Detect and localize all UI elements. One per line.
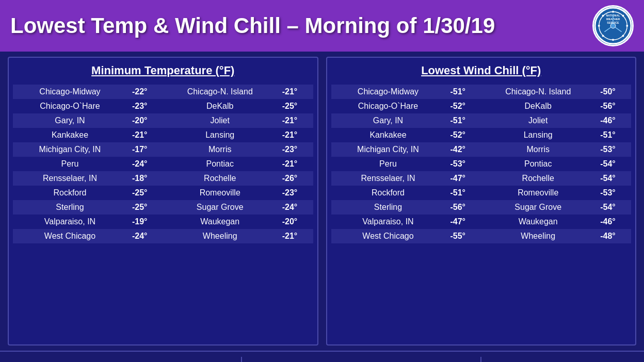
- city-name: Romeoville: [481, 186, 595, 200]
- city-name: Valparaiso, IN: [13, 215, 127, 229]
- svg-point-9: [612, 39, 614, 41]
- city-name: Chicago-O`Hare: [13, 99, 127, 113]
- temp-value: -56°: [595, 99, 631, 113]
- temp-value: -46°: [595, 215, 631, 229]
- wind-chill-section: Lowest Wind Chill (°F) Chicago-Midway -5…: [326, 57, 637, 345]
- temp-value: -54°: [595, 157, 631, 171]
- temp-value: -42°: [445, 142, 481, 157]
- temp-value: -18°: [127, 171, 163, 186]
- temp-value: -51°: [445, 186, 481, 200]
- table-row: Kankakee -52° Lansing -51°: [331, 128, 632, 142]
- table-row: West Chicago -24° Wheeling -21°: [13, 229, 313, 243]
- wind-chill-table: Chicago-Midway -51° Chicago-N. Island -5…: [331, 85, 632, 243]
- min-temp-title: Minimum Temperature (°F): [13, 62, 313, 79]
- footer-divider: [241, 357, 242, 362]
- temp-value: -24°: [127, 157, 163, 171]
- city-name: Morris: [163, 142, 277, 157]
- city-name: Chicago-Midway: [331, 85, 445, 99]
- city-name: Sugar Grove: [163, 200, 277, 215]
- temp-value: -21°: [277, 229, 313, 243]
- temp-value: -21°: [277, 85, 313, 99]
- temp-value: -25°: [277, 99, 313, 113]
- city-name: Michigan City, IN: [331, 142, 445, 157]
- temp-value: -47°: [445, 215, 481, 229]
- temp-value: -24°: [277, 200, 313, 215]
- city-name: Wheeling: [163, 229, 277, 243]
- city-name: Sterling: [331, 200, 445, 215]
- svg-point-13: [610, 23, 616, 28]
- city-name: DeKalb: [163, 99, 277, 113]
- main-content: Minimum Temperature (°F) Chicago-Midway …: [0, 52, 644, 351]
- footer: ✓Avoid time outdoors if at all possible✓…: [0, 351, 644, 362]
- city-name: Lansing: [481, 128, 595, 142]
- city-name: Pontiac: [163, 157, 277, 171]
- attribution-text: NWS Chicago | weather.gov/Chicago: [489, 359, 634, 362]
- table-row: Michigan City, IN -42° Morris -53°: [331, 142, 632, 157]
- footer-right-col: NWS Chicago | weather.gov/Chicago Issued…: [489, 359, 634, 362]
- city-name: Sugar Grove: [481, 200, 595, 215]
- temp-value: -53°: [445, 157, 481, 171]
- table-row: Michigan City, IN -17° Morris -23°: [13, 142, 313, 157]
- wind-chill-title: Lowest Wind Chill (°F): [331, 62, 632, 79]
- city-name: Pontiac: [481, 157, 595, 171]
- temp-value: -19°: [127, 215, 163, 229]
- city-name: Joliet: [481, 113, 595, 128]
- temp-value: -20°: [277, 215, 313, 229]
- city-name: Waukegan: [481, 215, 595, 229]
- city-name: DeKalb: [481, 99, 595, 113]
- city-name: Chicago-Midway: [13, 85, 127, 99]
- table-row: Chicago-Midway -22° Chicago-N. Island -2…: [13, 85, 313, 99]
- temp-value: -50°: [595, 85, 631, 99]
- table-row: Valparaiso, IN -19° Waukegan -20°: [13, 215, 313, 229]
- city-name: West Chicago: [331, 229, 445, 243]
- temp-value: -51°: [445, 85, 481, 99]
- city-name: Morris: [481, 142, 595, 157]
- nws-logo: NATIONAL WEATHER SERVICE: [592, 5, 634, 46]
- table-row: Rensselaer, IN -47° Rochelle -54°: [331, 171, 632, 186]
- header: Lowest Temp & Wind Chill – Morning of 1/…: [0, 0, 644, 52]
- min-temp-section: Minimum Temperature (°F) Chicago-Midway …: [8, 57, 318, 345]
- table-row: Chicago-O`Hare -23° DeKalb -25°: [13, 99, 313, 113]
- footer-divider2: [480, 357, 481, 362]
- city-name: Wheeling: [481, 229, 595, 243]
- city-name: Valparaiso, IN: [331, 215, 445, 229]
- table-row: Kankakee -21° Lansing -21°: [13, 128, 313, 142]
- temp-value: -24°: [127, 229, 163, 243]
- temp-value: -52°: [445, 99, 481, 113]
- city-name: Rockford: [331, 186, 445, 200]
- temp-value: -20°: [127, 113, 163, 128]
- city-name: Rensselaer, IN: [13, 171, 127, 186]
- city-name: Waukegan: [163, 215, 277, 229]
- temp-value: -17°: [127, 142, 163, 157]
- table-row: Gary, IN -51° Joliet -46°: [331, 113, 632, 128]
- temp-value: -21°: [127, 128, 163, 142]
- temp-value: -47°: [445, 171, 481, 186]
- city-name: Chicago-N. Island: [481, 85, 595, 99]
- city-name: Gary, IN: [331, 113, 445, 128]
- svg-point-6: [622, 15, 624, 17]
- table-row: Sterling -56° Sugar Grove -54°: [331, 200, 632, 215]
- temp-value: -23°: [277, 142, 313, 157]
- temp-value: -46°: [595, 113, 631, 128]
- table-row: Rockford -25° Romeoville -23°: [13, 186, 313, 200]
- city-name: Kankakee: [13, 128, 127, 142]
- svg-point-8: [622, 35, 624, 37]
- temp-value: -54°: [595, 200, 631, 215]
- city-name: Sterling: [13, 200, 127, 215]
- table-row: West Chicago -55° Wheeling -48°: [331, 229, 632, 243]
- temp-value: -21°: [277, 113, 313, 128]
- temp-value: -52°: [445, 128, 481, 142]
- city-name: Chicago-O`Hare: [331, 99, 445, 113]
- city-name: Rensselaer, IN: [331, 171, 445, 186]
- table-row: Valparaiso, IN -47° Waukegan -46°: [331, 215, 632, 229]
- city-name: Rochelle: [481, 171, 595, 186]
- city-name: Romeoville: [163, 186, 277, 200]
- city-name: Lansing: [163, 128, 277, 142]
- table-row: Rensselaer, IN -18° Rochelle -26°: [13, 171, 313, 186]
- table-row: Chicago-Midway -51° Chicago-N. Island -5…: [331, 85, 632, 99]
- temp-value: -21°: [277, 157, 313, 171]
- svg-point-5: [612, 11, 614, 13]
- city-name: Peru: [331, 157, 445, 171]
- city-name: Rockford: [13, 186, 127, 200]
- temp-value: -26°: [277, 171, 313, 186]
